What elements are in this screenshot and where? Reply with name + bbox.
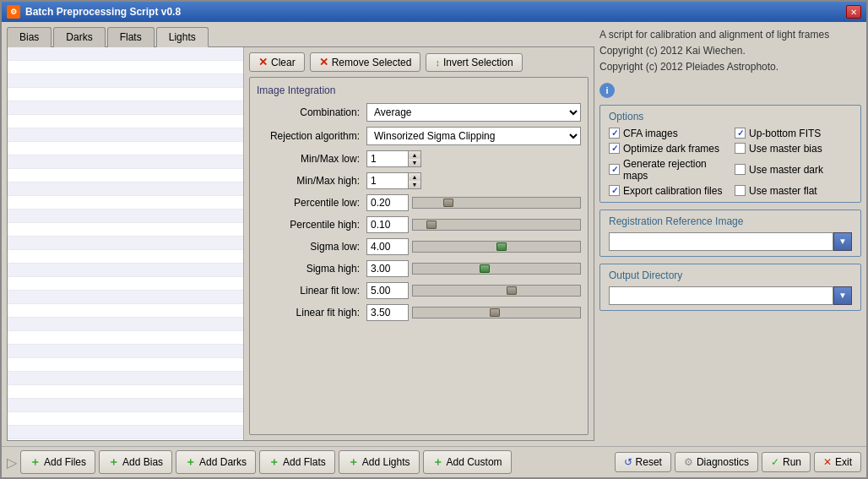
tab-lights[interactable]: Lights [156,27,209,47]
add-darks-label: Add Darks [199,456,247,468]
add-darks-button[interactable]: ＋ Add Darks [176,450,256,474]
output-input[interactable] [609,286,833,305]
sigma-high-control [366,260,581,277]
file-list[interactable] [8,47,244,440]
tab-darks[interactable]: Darks [53,27,105,47]
sigma-high-thumb[interactable] [480,264,490,273]
arrow-icon[interactable]: ▷ [7,455,17,471]
reset-button[interactable]: ↺ Reset [615,452,671,472]
reg-ref-input[interactable] [609,232,833,251]
master-dark-checkbox[interactable] [735,164,746,175]
exit-button[interactable]: ✕ Exit [814,452,861,472]
linear-high-label: Linear fit high: [257,307,366,318]
output-dropdown-btn[interactable]: ▼ [833,286,852,305]
option-cfa: ✓ CFA images [609,128,726,139]
titlebar: ⚙ Batch Preprocessing Script v0.8 ✕ [2,2,866,22]
add-flats-button[interactable]: ＋ Add Flats [259,450,335,474]
left-panel: Bias Darks Flats Lights [7,27,594,441]
add-flats-icon: ＋ [269,455,279,470]
cfa-check-icon: ✓ [611,128,618,138]
remove-selected-button[interactable]: ✕ Remove Selected [310,52,421,72]
percentile-high-thumb[interactable] [426,220,437,229]
linear-low-track[interactable] [412,285,581,297]
add-bias-button[interactable]: ＋ Add Bias [99,450,172,474]
clear-button[interactable]: ✕ Clear [249,52,305,72]
diagnostics-button[interactable]: ⚙ Diagnostics [675,452,758,472]
linear-high-input[interactable] [366,304,409,321]
list-item [8,385,243,399]
linear-low-slider-row [366,282,581,299]
invert-selection-button[interactable]: ↕ Invert Selection [426,53,522,72]
minmax-low-down[interactable]: ▼ [409,159,420,166]
copyright-line3: Copyright (c) 2012 Pleiades Astrophoto. [599,59,861,75]
sigma-high-track[interactable] [412,263,581,275]
optimize-dark-checkbox[interactable]: ✓ [609,143,620,154]
app-icon: ⚙ [7,5,20,19]
reg-ref-dropdown-row: ▼ [609,232,852,251]
tab-bias[interactable]: Bias [7,27,52,47]
minmax-high-down[interactable]: ▼ [409,181,420,188]
percentile-high-slider-row [366,216,581,233]
linear-low-thumb[interactable] [507,286,517,295]
cfa-checkbox[interactable]: ✓ [609,128,620,139]
master-flat-checkbox[interactable] [735,185,746,196]
percentile-low-row: Percentile low: [257,194,581,211]
list-item [8,210,243,223]
info-panel: A script for calibration and alignment o… [599,27,861,441]
copyright-text: A script for calibration and alignment o… [599,27,861,76]
toolbar: ✕ Clear ✕ Remove Selected ↕ Invert Selec… [249,52,589,72]
rejection-select[interactable]: No rejection Sigma Clipping Winsorized S… [366,127,581,145]
add-lights-button[interactable]: ＋ Add Lights [339,450,420,474]
minmax-high-spin-btns: ▲ ▼ [409,172,421,189]
upbottom-checkbox[interactable]: ✓ [735,128,746,139]
minmax-high-control: ▲ ▼ [366,172,581,189]
exit-icon: ✕ [823,456,832,468]
linear-high-slider-row [366,304,581,321]
upbottom-label: Up-bottom FITS [749,128,821,139]
run-button[interactable]: ✓ Run [762,452,811,472]
sigma-high-input[interactable] [366,260,409,277]
percentile-high-control [366,216,581,233]
combination-select[interactable]: Average Median Minimum Maximum [366,103,581,122]
sigma-high-row: Sigma high: [257,260,581,277]
close-button[interactable]: ✕ [846,5,861,19]
export-calib-label: Export calibration files [623,185,722,197]
export-calib-checkbox[interactable]: ✓ [609,185,620,196]
minmax-high-up[interactable]: ▲ [409,173,420,181]
linear-high-thumb[interactable] [490,308,500,317]
percentile-low-track[interactable] [412,197,581,209]
percentile-high-track[interactable] [412,219,581,231]
add-custom-button[interactable]: ＋ Add Custom [423,450,512,474]
main-window: ⚙ Batch Preprocessing Script v0.8 ✕ Bias… [0,0,868,479]
add-bias-icon: ＋ [108,455,119,470]
output-dropdown-row: ▼ [609,286,852,305]
linear-high-row: Linear fit high: [257,304,581,321]
options-panel: Options ✓ CFA images ✓ Up-bottom FITS [599,105,861,203]
option-master-bias: Use master bias [735,143,852,155]
list-item [8,426,243,439]
percentile-high-input[interactable] [366,216,409,233]
percentile-low-thumb[interactable] [443,199,453,207]
option-master-dark: Use master dark [735,158,852,182]
rejection-row: Rejection algorithm: No rejection Sigma … [257,127,581,145]
minmax-high-input[interactable] [366,172,409,189]
percentile-low-input[interactable] [366,194,409,211]
add-files-button[interactable]: ＋ Add Files [20,450,95,474]
master-bias-checkbox[interactable] [735,143,746,154]
minmax-low-input[interactable] [366,150,409,167]
sigma-low-thumb[interactable] [496,242,507,251]
minmax-low-up[interactable]: ▲ [409,151,420,159]
remove-x-icon: ✕ [319,56,328,68]
linear-low-input[interactable] [366,282,409,299]
integration-title: Image Integration [257,84,581,96]
reg-ref-dropdown-btn[interactable]: ▼ [833,232,852,251]
linear-high-track[interactable] [412,307,581,318]
sigma-low-control [366,238,581,255]
list-item [8,61,243,74]
rejection-maps-checkbox[interactable]: ✓ [609,164,620,175]
tab-flats[interactable]: Flats [107,27,155,47]
sigma-low-input[interactable] [366,238,409,255]
sigma-low-track[interactable] [412,241,581,253]
percentile-low-label: Percentile low: [257,197,366,209]
info-button[interactable]: i [599,83,615,98]
